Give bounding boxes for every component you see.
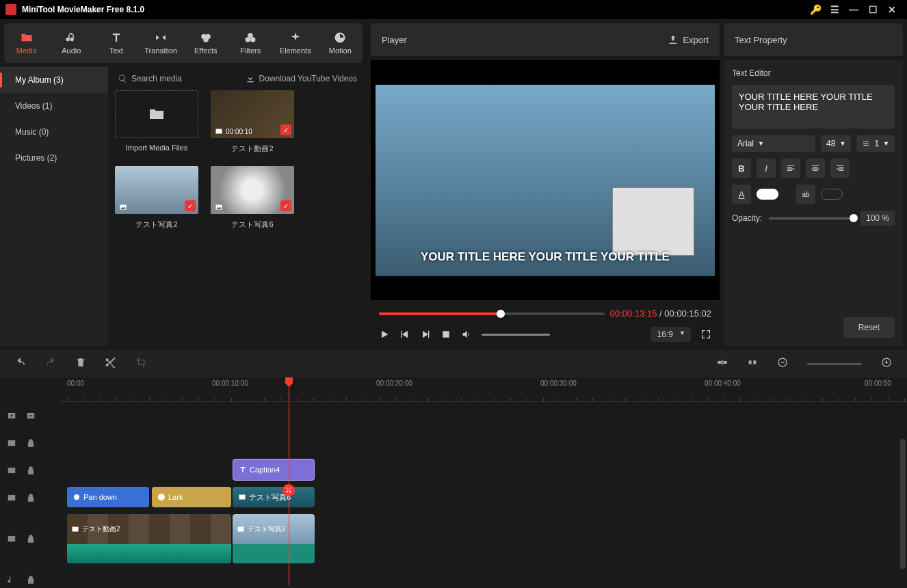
zoom-slider[interactable] [807, 363, 862, 365]
prev-frame-button[interactable] [399, 329, 410, 340]
stop-button[interactable] [441, 329, 451, 340]
add-track-icon[interactable] [7, 411, 16, 420]
reset-button[interactable]: Reset [843, 317, 895, 338]
media-item-photo-2[interactable]: ✓ テスト写真2 [115, 166, 198, 230]
tab-motion[interactable]: Motion [318, 23, 363, 63]
svg-rect-22 [8, 440, 16, 446]
search-media[interactable]: Search media [118, 74, 182, 83]
sidebar-pictures[interactable]: Pictures (2) [0, 145, 108, 171]
sidebar-my-album[interactable]: My Album (3) [0, 67, 108, 93]
clip-pandown[interactable]: Pan down [67, 487, 149, 507]
tab-audio[interactable]: Audio [49, 23, 94, 63]
svg-rect-6 [216, 129, 222, 134]
unlock-icon[interactable] [26, 534, 36, 544]
next-frame-button[interactable] [420, 329, 431, 340]
download-label: Download YouTube Videos [259, 74, 357, 83]
volume-slider[interactable] [482, 334, 550, 336]
zoom-in-button[interactable] [881, 357, 892, 371]
import-media-button[interactable]: Import Media Files [115, 90, 198, 154]
svg-rect-16 [780, 362, 784, 362]
clip-lark[interactable]: Lark [152, 487, 231, 507]
media-item-label: テスト写真6 [231, 219, 273, 230]
media-item-photo-6[interactable]: ✓ テスト写真6 [211, 166, 294, 230]
highlight-button[interactable]: ab [796, 185, 815, 204]
tab-motion-label: Motion [329, 46, 352, 55]
music-icon [7, 575, 16, 585]
tab-filters[interactable]: Filters [228, 23, 274, 63]
timeline-ruler[interactable]: 00:00 00:00:10:00 00:00:20:00 00:00:30:0… [60, 377, 907, 402]
font-size-select[interactable]: 48▼ [821, 135, 851, 152]
transition-icon [154, 31, 168, 44]
export-icon [668, 34, 679, 45]
tab-elements[interactable]: Elements [273, 23, 318, 63]
unlock-icon[interactable] [26, 493, 36, 503]
volume-icon[interactable] [461, 329, 472, 340]
italic-button[interactable]: I [757, 159, 776, 178]
maximize-button[interactable]: ☐ [863, 4, 882, 15]
undo-button[interactable] [15, 357, 26, 371]
svg-rect-11 [723, 361, 726, 364]
image-icon [215, 203, 223, 211]
tab-transition[interactable]: Transition [139, 23, 184, 63]
motion-icon [333, 31, 347, 44]
line-spacing-select[interactable]: 1▼ [856, 135, 895, 152]
cut-button[interactable] [105, 357, 116, 371]
clip-pip[interactable]: テスト写真6 [233, 487, 315, 507]
bold-button[interactable]: B [732, 159, 751, 178]
opacity-slider[interactable] [769, 217, 854, 219]
unlock-icon[interactable] [26, 438, 36, 448]
menu-icon[interactable]: ☰ [825, 4, 844, 15]
snap-button[interactable] [717, 357, 728, 371]
playhead[interactable] [289, 377, 289, 585]
close-button[interactable]: ✕ [882, 4, 902, 15]
svg-rect-10 [718, 361, 721, 364]
timeline[interactable]: 00:00 00:00:10:00 00:00:20:00 00:00:30:0… [0, 377, 907, 585]
remove-track-icon[interactable] [26, 411, 36, 420]
fullscreen-button[interactable] [700, 329, 711, 340]
sidebar-videos[interactable]: Videos (1) [0, 93, 108, 119]
media-item-video[interactable]: 00:00:10 ✓ テスト動画2 [211, 90, 294, 154]
key-icon[interactable]: 🔑 [806, 4, 825, 15]
seek-bar[interactable] [379, 312, 605, 315]
minimize-button[interactable]: — [844, 4, 863, 15]
preview-area[interactable]: YOUR TITLE HERE YOUR TITLE YOUR TITLE [371, 60, 720, 300]
tab-effects[interactable]: Effects [183, 23, 228, 63]
font-select[interactable]: Arial▼ [732, 135, 815, 152]
tab-text[interactable]: Text [94, 23, 139, 63]
split-button[interactable] [282, 484, 295, 496]
title-overlay: YOUR TITLE HERE YOUR TITLE YOUR TITLE [376, 250, 715, 264]
text-property-header: Text Property [724, 23, 903, 56]
download-youtube[interactable]: Download YouTube Videos [246, 74, 357, 83]
app-logo-icon [5, 4, 16, 15]
text-input[interactable]: YOUR TITLE HERE YOUR TITLE YOUR TITLE HE… [732, 85, 895, 129]
zoom-out-button[interactable] [777, 357, 788, 371]
picture-in-picture [612, 187, 694, 256]
clip-main-photo[interactable]: テスト写真2 [233, 514, 315, 563]
sidebar-music[interactable]: Music (0) [0, 119, 108, 145]
clip-caption[interactable]: Caption4 [233, 459, 315, 481]
aspect-ratio-select[interactable]: 16:9 ▼ [650, 327, 691, 342]
align-left-button[interactable] [781, 159, 800, 178]
magnetic-button[interactable] [747, 357, 758, 371]
check-icon: ✓ [185, 200, 196, 211]
tab-elements-label: Elements [280, 46, 311, 55]
tab-media[interactable]: Media [4, 23, 49, 63]
svg-rect-12 [722, 360, 722, 365]
opacity-label: Opacity: [732, 213, 762, 223]
align-right-button[interactable] [830, 159, 850, 178]
highlight-color-swatch[interactable] [821, 189, 843, 200]
font-color-swatch[interactable] [757, 189, 778, 200]
unlock-icon[interactable] [26, 575, 36, 585]
timeline-scrollbar[interactable] [900, 439, 906, 569]
unlock-icon[interactable] [26, 466, 36, 475]
delete-button[interactable] [75, 357, 86, 371]
align-center-button[interactable] [806, 159, 825, 178]
play-button[interactable] [379, 329, 390, 340]
font-color-button[interactable]: A [732, 185, 751, 204]
redo-button[interactable] [45, 357, 56, 371]
crop-button[interactable] [135, 357, 146, 371]
clip-main-video[interactable]: テスト動画2 [67, 514, 231, 563]
text-property-title: Text Property [735, 35, 787, 45]
svg-rect-25 [8, 536, 16, 542]
export-button[interactable]: Export [668, 34, 709, 45]
